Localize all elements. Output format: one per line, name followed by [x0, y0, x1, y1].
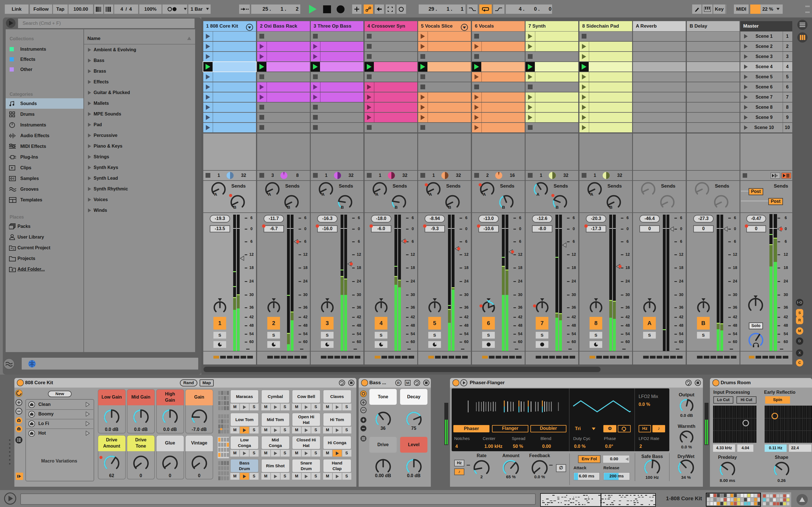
svg-text:R: R — [397, 381, 400, 385]
svg-text:M: M — [406, 381, 409, 385]
